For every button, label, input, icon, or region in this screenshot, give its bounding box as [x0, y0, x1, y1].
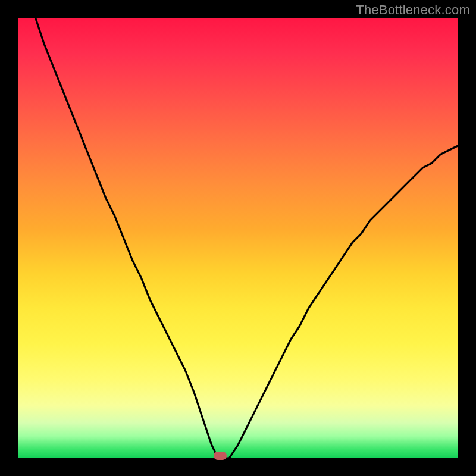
chart-frame: TheBottleneck.com	[0, 0, 476, 476]
bottleneck-curve	[18, 18, 458, 458]
plot-area	[18, 18, 458, 458]
watermark-text: TheBottleneck.com	[356, 2, 470, 18]
minimum-marker	[214, 452, 227, 460]
